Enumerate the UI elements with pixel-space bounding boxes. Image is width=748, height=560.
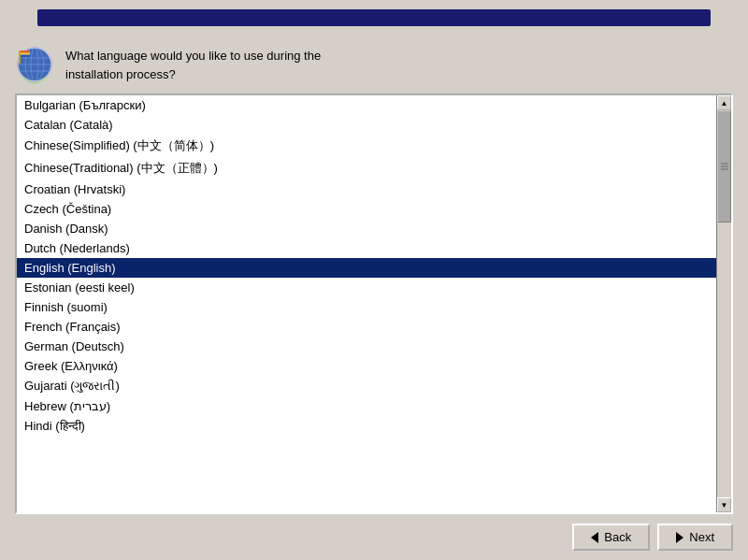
list-item[interactable]: Chinese(Simplified) (中文（简体）) [17, 135, 716, 157]
language-list[interactable]: Bulgarian (Български)Catalan (Català)Chi… [17, 95, 716, 512]
scrollbar-track: ▲ ▼ [716, 95, 731, 512]
list-item[interactable]: Hebrew (עברית) [17, 396, 716, 416]
back-arrow-icon [591, 532, 598, 543]
next-button[interactable]: Next [657, 524, 733, 551]
back-button[interactable]: Back [572, 524, 650, 551]
progress-bar-outer [37, 9, 711, 26]
list-item[interactable]: Dutch (Nederlands) [17, 238, 716, 258]
next-button-label: Next [689, 530, 714, 544]
grip-line-3 [721, 169, 728, 170]
list-item[interactable]: Danish (Dansk) [17, 219, 716, 238]
grip-line-2 [721, 166, 728, 167]
list-item[interactable]: Czech (Čeština) [17, 199, 716, 219]
next-arrow-icon [676, 532, 683, 543]
scrollbar-grip [720, 164, 728, 170]
back-button-label: Back [604, 530, 631, 544]
list-item[interactable]: Catalan (Català) [17, 115, 716, 135]
svg-rect-8 [19, 50, 21, 64]
scrollbar-up-button[interactable]: ▲ [717, 95, 731, 110]
list-item[interactable]: English (English) [17, 258, 716, 278]
scrollbar-thumb-area [717, 110, 731, 497]
list-item[interactable]: Croatian (Hrvatski) [17, 179, 716, 199]
list-item[interactable]: Bulgarian (Български) [17, 95, 716, 115]
question-section: What language would you like to use duri… [0, 34, 748, 93]
progress-bar-inner [37, 9, 711, 26]
list-item[interactable]: Greek (Ελληνικά) [17, 356, 716, 376]
list-item[interactable]: Gujarati (ગુજરાતી) [17, 376, 716, 396]
list-item[interactable]: Estonian (eesti keel) [17, 278, 716, 297]
list-item[interactable]: Hindi (हिन्दी) [17, 416, 716, 437]
svg-rect-10 [21, 50, 30, 53]
list-item[interactable]: French (Français) [17, 317, 716, 337]
language-list-container: Bulgarian (Български)Catalan (Català)Chi… [15, 93, 733, 514]
globe-icon [15, 45, 54, 84]
progress-bar-section [0, 0, 748, 34]
bottom-nav-section: Back Next [0, 514, 748, 560]
question-text: What language would you like to use duri… [65, 45, 321, 83]
scrollbar-down-button[interactable]: ▼ [717, 497, 731, 512]
svg-rect-11 [21, 55, 30, 58]
list-item[interactable]: Chinese(Traditional) (中文（正體）) [17, 157, 716, 179]
list-item[interactable]: Finnish (suomi) [17, 297, 716, 317]
list-item[interactable]: German (Deutsch) [17, 337, 716, 356]
grip-line-1 [721, 164, 728, 165]
scrollbar-thumb[interactable] [717, 110, 731, 223]
